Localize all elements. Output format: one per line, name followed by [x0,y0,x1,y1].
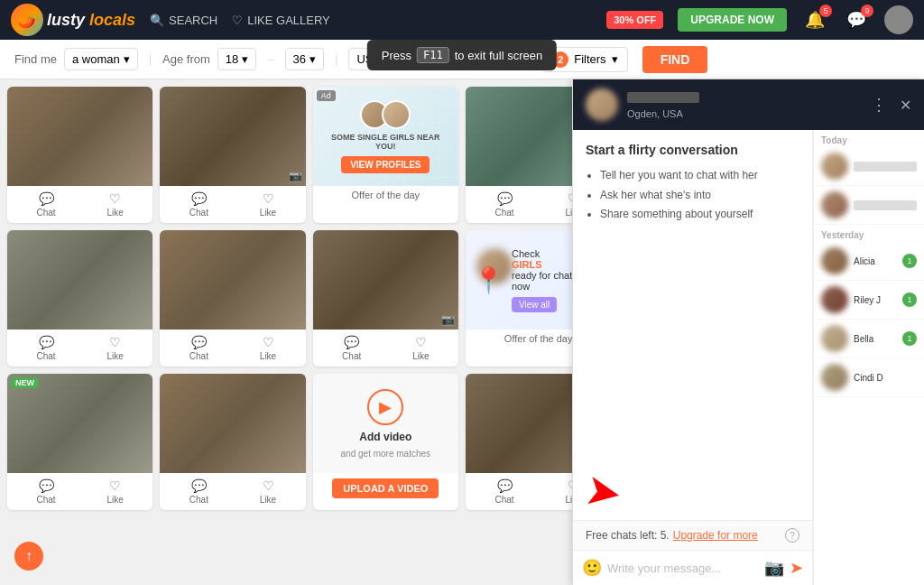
navbar: 🌶️ lusty locals 🔍 SEARCH ♡ LIKE GALLERY … [0,0,924,40]
chat-action[interactable]: 💬 Chat [189,478,208,505]
chat-list-item[interactable]: Bella 1 [814,320,924,358]
scroll-up-button[interactable]: ↑ [14,542,43,571]
profile-card: 💬 Chat ♡ Like [7,87,152,223]
notifications-button[interactable]: 🔔 5 [801,6,828,33]
gender-chevron: ▾ [124,52,130,66]
chat-list-item[interactable]: Cindi D [814,358,924,397]
age-to-dropdown[interactable]: 36 ▾ [285,48,324,70]
age-chevron: ▾ [242,52,248,66]
like-icon: ♡ [109,191,121,206]
chat-icon: 💬 [191,478,207,493]
red-arrow-icon: ➤ [581,463,625,519]
card-actions: 💬 Chat ♡ Like [160,473,305,510]
profile-image[interactable]: NEW [7,374,152,473]
like-action[interactable]: ♡ Like [260,335,276,361]
chat-list-item[interactable]: —— [814,147,924,186]
offer-card-inner: Ad SOME SINGLE GIRLS NEAR YOU! VIEW PROF… [313,87,458,186]
profile-card: 💬 Chat ♡ Like [160,374,305,510]
new-badge: NEW [11,377,39,388]
chat-list-avatar [821,364,848,391]
filters-chevron: ▾ [612,52,618,66]
offer-avatars [360,100,411,129]
f11-key: F11 [417,47,449,63]
offer-avatar-2 [382,100,411,129]
send-button[interactable]: ➤ [790,558,803,578]
logo[interactable]: 🌶️ lusty locals [11,4,135,36]
logo-icon: 🌶️ [11,4,43,36]
like-action[interactable]: ♡ Like [260,478,276,505]
upgrade-link[interactable]: Upgrade for more [673,529,758,542]
free-chats-text: Free chats left: 5. [586,529,670,542]
messages-button[interactable]: 💬 9 [843,6,870,33]
upgrade-button[interactable]: UPGRADE NOW [678,8,787,32]
chat-list-avatar [821,153,848,180]
view-all-button[interactable]: View all [512,297,557,312]
chat-main: Start a flirty conversation Tell her you… [573,130,813,585]
notification-count: 5 [819,5,832,17]
message-input[interactable] [607,562,759,575]
chat-action[interactable]: 💬 Chat [494,478,513,505]
chat-list-item[interactable]: Alicia 1 [814,242,924,281]
chat-action[interactable]: 💬 Chat [36,191,55,218]
free-chats-bar: Free chats left: 5. Upgrade for more ? [573,520,812,550]
close-chat-button[interactable]: ✕ [900,97,911,114]
like-icon: ♡ [415,335,427,349]
image-button[interactable]: 📷 [764,558,784,578]
profile-image[interactable] [7,230,152,330]
like-icon: ♡ [109,478,121,493]
offer-label: Offer of the day [313,186,458,204]
profile-image[interactable] [7,87,152,186]
chat-icon: 💬 [39,478,54,493]
chat-user-avatar [586,88,618,121]
help-icon[interactable]: ? [785,528,799,543]
chat-action[interactable]: 💬 Chat [189,335,208,361]
like-action[interactable]: ♡ Like [107,478,124,505]
profile-image[interactable] [160,374,305,473]
age-dropdown[interactable]: 18 ▾ [217,48,256,70]
filters-label: Filters [574,52,605,66]
profile-image[interactable]: 📷 [160,87,305,186]
age-from-value: 18 [226,52,238,66]
profile-image[interactable]: 📷 [313,230,458,330]
search-icon: 🔍 [150,14,164,27]
card-actions: 💬 Chat ♡ Like [160,186,305,223]
chat-icon: 💬 [497,191,513,206]
chat-action[interactable]: 💬 Chat [342,335,361,361]
chat-action[interactable]: 💬 Chat [36,335,55,361]
chat-tips: Tell her you want to chat with her Ask h… [586,166,799,225]
search-nav-link[interactable]: 🔍 SEARCH [150,14,217,27]
card-actions: 💬 Chat ♡ Like [160,330,305,367]
more-options-button[interactable]: ⋮ [871,95,887,115]
like-gallery-label: LIKE GALLERY [247,14,330,27]
profile-card: 📷 💬 Chat ♡ Like [313,230,458,367]
age-from-label: Age from [162,52,210,66]
emoji-button[interactable]: 🙂 [582,558,602,578]
view-profiles-button[interactable]: VIEW PROFILES [341,156,430,173]
chat-list-item[interactable]: Riley J 1 [814,281,924,320]
unread-badge: 1 [902,292,917,307]
user-avatar[interactable] [884,5,913,34]
like-action[interactable]: ♡ Like [412,335,429,361]
chat-list-item[interactable]: —————— [814,186,924,225]
find-button[interactable]: FIND [642,46,708,73]
ad-badge: Ad [317,90,336,101]
like-gallery-nav-link[interactable]: ♡ LIKE GALLERY [232,14,330,27]
like-icon: ♡ [109,335,121,349]
card-actions: 💬 Chat ♡ Like [313,330,458,367]
upload-video-button[interactable]: UPLOAD A VIDEO [332,478,439,498]
chat-tip-2: Ask her what she's into [600,186,799,206]
chat-list-name: Alicia [854,256,897,266]
fullscreen-tooltip: Press F11 to exit full screen [367,40,557,70]
like-action[interactable]: ♡ Like [260,191,276,218]
gender-dropdown[interactable]: a woman ▾ [64,48,138,70]
chat-list-name: Riley J [854,295,897,305]
chat-action[interactable]: 💬 Chat [189,191,208,218]
profile-image[interactable] [160,230,305,330]
like-action[interactable]: ♡ Like [107,191,124,218]
card-actions: 💬 Chat ♡ Like [7,473,152,510]
like-action[interactable]: ♡ Like [107,335,124,361]
chat-action[interactable]: 💬 Chat [36,478,55,505]
chat-start-area: Start a flirty conversation Tell her you… [573,130,812,462]
video-icon: ▶ [367,389,403,425]
chat-action[interactable]: 💬 Chat [494,191,513,218]
